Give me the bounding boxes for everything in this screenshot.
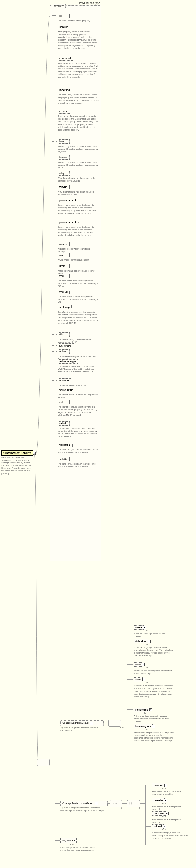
expand-icon[interactable]: + (142, 663, 145, 666)
expand-icon[interactable]: + (142, 678, 145, 681)
any-element-box[interactable]: any ##other (60, 838, 77, 843)
cdg-child-definition-card: 0..∞ (144, 643, 148, 646)
attr-valueunituri[interactable]: valueunituri (58, 388, 75, 392)
attr-why[interactable]: why (58, 171, 70, 176)
concept-relationships-group-desc: A group of properites required to indica… (60, 807, 105, 812)
attr-validto-desc: The date (and, optionally, the time) aft… (58, 463, 99, 468)
attr-custom[interactable]: custom (58, 109, 70, 114)
crg-child-sameAs-card: 0..∞ (162, 787, 166, 789)
any-element-desc: Extension point for provider-defined pro… (60, 846, 100, 851)
cdg-child-definition-desc: A natural language definition of the sem… (134, 646, 173, 657)
attr-valueunit[interactable]: valueunit (58, 378, 72, 383)
expand-icon[interactable]: + (163, 825, 166, 828)
attr-xml:lang[interactable]: xml:lang (58, 305, 71, 309)
attr-creatoruri-desc: If the attribute is empty, specifies whi… (58, 62, 99, 79)
any-element-card: 0..∞ (70, 843, 74, 845)
crg-child-sameAs[interactable]: sameAs+ (152, 783, 165, 787)
cdg-child-name[interactable]: name+ (134, 625, 144, 630)
attr-modified[interactable]: modified (58, 88, 72, 92)
expand-icon[interactable]: + (150, 708, 153, 711)
root-element-box[interactable]: rightsInfoExtProperty − (1, 450, 33, 456)
attr-uri[interactable]: uri (58, 253, 70, 257)
concept-definition-group-box[interactable]: ConceptDefinitionGroup − (60, 720, 104, 726)
cdg-child-hierarchyInfo[interactable]: hierarchyInfo+ (134, 724, 153, 728)
attr-pubconstrainturi[interactable]: pubconstrainturi (58, 220, 81, 224)
crg-child-sameAs-desc: An identifier of a concept with equivale… (152, 790, 189, 796)
crg-child-related-desc: A related concept, where the relationshi… (152, 832, 189, 840)
attr-reluri[interactable]: reluri (58, 421, 70, 426)
attr-type-desc: The type of the concept assigned as cont… (58, 279, 99, 288)
cdg-child-name-desc: A natural language name for the concept. (134, 632, 173, 638)
crg-child-narrower-desc: An identifier of a more specific concept… (152, 818, 189, 824)
attr-creator-desc: If the property value is not defined, sp… (58, 30, 99, 50)
attr-typeuri-desc: The type of the concept assigned as cont… (58, 296, 99, 304)
attr-how-desc: Indicates by which means the value was e… (58, 145, 99, 153)
attr-whyuri[interactable]: whyuri (58, 185, 70, 189)
root-element-desc: Extension Property; the semantics are de… (1, 456, 33, 475)
crg-child-related[interactable]: related+ (152, 825, 164, 829)
curve-root-to-seq (33, 453, 44, 766)
attr-valuedatatype[interactable]: valuedatatype (58, 359, 78, 364)
cdg-child-name-card: 0..∞ (144, 629, 148, 632)
cdg-child-facet[interactable]: facet+ (134, 677, 143, 682)
attr-howuri[interactable]: howuri (58, 155, 70, 160)
attr-any_attr[interactable]: any ##other (58, 343, 74, 348)
attr-why-desc: Why the metadata has been included - exp… (58, 177, 99, 182)
crg-choice-card: 0..∞ (139, 807, 143, 809)
attr-dir[interactable]: dir (58, 332, 70, 337)
expand-icon[interactable]: + (148, 640, 151, 643)
expand-icon[interactable]: − (90, 722, 93, 725)
cdg-card: 0..∞ (120, 726, 124, 729)
diagram-canvas: Flex2ExtPropType rightsInfoExtProperty −… (0, 0, 196, 868)
attr-pubconstraint[interactable]: pubconstraint (58, 198, 78, 203)
expand-icon[interactable]: + (166, 812, 169, 815)
sequence-dots-icon: ⋯⋯ (110, 721, 117, 724)
expand-icon[interactable]: + (152, 725, 155, 728)
any-element-label: any ##other (62, 839, 75, 842)
concept-relationships-group-box[interactable]: ConceptRelationshipsGroup − (60, 801, 108, 806)
expand-icon[interactable]: + (164, 799, 167, 802)
attr-creator[interactable]: creator (58, 25, 70, 29)
attr-validfrom-desc: The date (and, optionally, the time) bef… (58, 448, 99, 454)
expand-icon[interactable]: − (95, 802, 98, 805)
attributes-label: attributes (53, 4, 66, 8)
expand-icon[interactable]: + (143, 626, 146, 629)
attr-validto[interactable]: validto (58, 457, 70, 461)
cdg-child-definition[interactable]: definition+ (134, 639, 148, 643)
root-element-name: rightsInfoExtProperty (3, 452, 31, 455)
attr-pubconstraint-desc: One or many constraints that apply to pu… (58, 204, 99, 215)
attr-literal[interactable]: literal (58, 264, 70, 268)
attr-rel[interactable]: rel (58, 400, 70, 404)
cdg-child-note[interactable]: note+ (134, 662, 142, 667)
cdg-child-hierarchyInfo-card: 0..∞ (144, 728, 148, 731)
cdg-child-facet-desc: In NAR 1.8 and later, facet is deprecate… (134, 684, 173, 698)
attr-valuedatatype-desc: The datatype of the value attribute – it… (58, 365, 99, 373)
cdg-child-note-card: 0..∞ (144, 666, 148, 669)
sequence-compositor-crg: ⋯⋯ (110, 800, 122, 807)
concept-definition-group-label: ConceptDefinitionGroup (62, 721, 89, 725)
attr-typeuri[interactable]: typeuri (58, 289, 70, 294)
crg-child-broader[interactable]: broader+ (152, 798, 165, 802)
crg-child-related-card: 0..∞ (162, 829, 166, 831)
attr-value[interactable]: value (58, 349, 70, 354)
attr-validfrom[interactable]: validfrom (58, 443, 73, 447)
cdg-child-facet-card: 0..∞ (144, 682, 148, 684)
attr-qcode[interactable]: qcode (58, 242, 70, 246)
sequence-compositor-cdg: ⋯⋯ (108, 720, 121, 727)
cdg-child-remoteInfo[interactable]: remoteInfo+ (134, 708, 150, 712)
attr-id[interactable]: id (58, 14, 70, 18)
attr-custom-desc: If set to true the corresponding propert… (58, 115, 99, 131)
crg-card: 0..∞ (121, 807, 125, 809)
attr-type[interactable]: type (58, 274, 70, 278)
choice-dots-icon: ⫴⫴ (129, 802, 132, 805)
attr-pubconstrainturi-desc: One or many constraints that apply to pu… (58, 226, 99, 237)
attr-reluri-desc: The identifier of a concept defining the… (58, 427, 99, 438)
expand-icon[interactable]: + (164, 784, 167, 787)
attr-valueunituri-desc: The unit of the value attribute - expres… (58, 394, 99, 399)
crg-child-narrower[interactable]: narrower+ (152, 811, 166, 816)
concept-relationships-group-label: ConceptRelationshipsGroup (62, 802, 93, 805)
attr-howuri-desc: Indicates by which means the value was e… (58, 161, 99, 169)
attr-valueunit-desc: The unit of the value attribute. (58, 384, 99, 387)
attr-creatoruri[interactable]: creatoruri (58, 56, 73, 61)
attr-how[interactable]: how (58, 139, 70, 144)
